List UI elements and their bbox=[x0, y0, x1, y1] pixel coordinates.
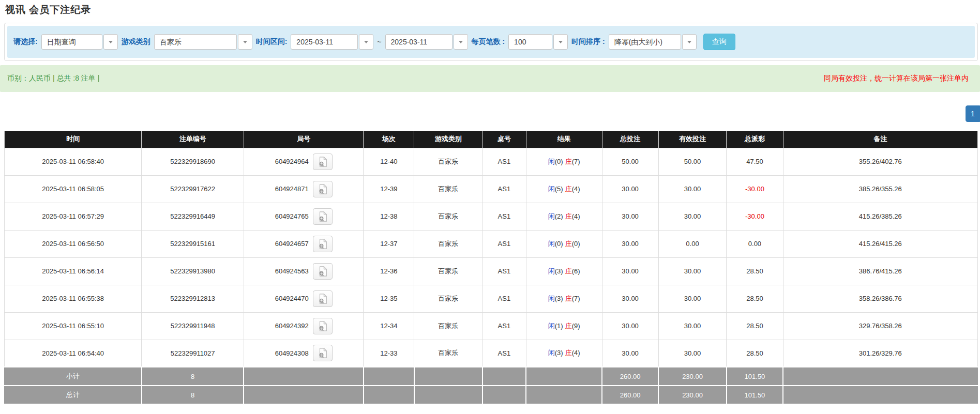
video-replay-button[interactable] bbox=[313, 318, 333, 334]
date-from-select[interactable]: 2025-03-11 bbox=[291, 34, 373, 50]
banker-result: 庄(6) bbox=[565, 267, 580, 275]
cell-result: 闲(0)庄(7) bbox=[526, 148, 602, 175]
table-row: 2025-03-11 06:58:40522329918690604924964… bbox=[5, 148, 978, 175]
empty-cell bbox=[526, 367, 602, 386]
cell-result: 闲(0)庄(0) bbox=[526, 230, 602, 257]
table-row: 2025-03-11 06:56:50522329915161604924657… bbox=[5, 230, 978, 257]
cell-valid-bet: 30.00 bbox=[658, 203, 727, 230]
chevron-down-icon[interactable] bbox=[553, 34, 568, 50]
player-result: 闲(0) bbox=[548, 240, 563, 248]
video-replay-button[interactable] bbox=[313, 263, 333, 280]
page-1-button[interactable]: 1 bbox=[966, 105, 980, 122]
query-type-value: 日期查询 bbox=[41, 34, 102, 50]
cell-bet-id: 522329911027 bbox=[142, 340, 244, 367]
empty-cell bbox=[364, 386, 414, 404]
per-page-select[interactable]: 100 bbox=[508, 34, 568, 50]
film-file-icon bbox=[317, 183, 328, 195]
round-number: 604924871 bbox=[275, 185, 309, 193]
cell-bet-id: 522329917622 bbox=[142, 175, 244, 203]
empty-cell bbox=[414, 386, 483, 404]
cell-time: 2025-03-11 06:56:50 bbox=[5, 230, 142, 257]
empty-cell bbox=[414, 367, 483, 386]
cell-valid-bet: 30.00 bbox=[658, 340, 727, 367]
cell-valid-bet: 30.00 bbox=[658, 312, 727, 340]
query-type-select[interactable]: 日期查询 bbox=[41, 34, 118, 50]
cell-result: 闲(2)庄(4) bbox=[526, 203, 602, 230]
round-number: 604924392 bbox=[275, 322, 309, 330]
subtotal-label: 小计 bbox=[5, 367, 142, 386]
cell-round-no: 604924308 bbox=[244, 340, 363, 367]
cell-bet-id: 522329912813 bbox=[142, 285, 244, 312]
cell-total-bet[interactable]: 30.00 bbox=[602, 203, 658, 230]
cell-total-bet[interactable]: 30.00 bbox=[602, 175, 658, 203]
cell-time: 2025-03-11 06:58:05 bbox=[5, 175, 142, 203]
empty-cell bbox=[483, 367, 526, 386]
cell-time: 2025-03-11 06:58:40 bbox=[5, 148, 142, 175]
video-replay-button[interactable] bbox=[313, 181, 333, 197]
film-file-icon bbox=[317, 293, 328, 304]
cell-session: 12-37 bbox=[364, 230, 414, 257]
round-number: 604924765 bbox=[275, 212, 309, 220]
game-type-select[interactable]: 百家乐 bbox=[154, 34, 252, 50]
round-number: 604924657 bbox=[275, 240, 309, 248]
game-type-label: 游戏类别 bbox=[122, 37, 150, 47]
round-number: 604924563 bbox=[275, 267, 309, 275]
banker-result: 庄(7) bbox=[565, 295, 580, 302]
time-sort-select[interactable]: 降幂(由大到小) bbox=[609, 34, 697, 50]
cell-bet-id: 522329916449 bbox=[142, 203, 244, 230]
cell-total-bet[interactable]: 30.00 bbox=[602, 312, 658, 340]
chevron-down-icon[interactable] bbox=[682, 34, 697, 50]
cell-valid-bet: 30.00 bbox=[658, 175, 727, 203]
film-file-icon bbox=[317, 156, 328, 167]
video-replay-button[interactable] bbox=[313, 208, 333, 225]
chevron-down-icon[interactable] bbox=[359, 34, 373, 50]
search-button[interactable]: 查询 bbox=[703, 34, 735, 50]
currency-total-text: 币别：人民币 | 总共 :8 注单 | bbox=[7, 74, 99, 83]
cell-payout: 28.50 bbox=[727, 340, 783, 367]
date-to-select[interactable]: 2025-03-11 bbox=[385, 34, 468, 50]
cell-remark: 355.26/402.76 bbox=[783, 148, 977, 175]
header-table-no: 桌号 bbox=[483, 131, 526, 148]
cell-table-no: AS1 bbox=[483, 148, 526, 175]
total-row: 总计 8 260.00 230.00 101.50 bbox=[5, 386, 978, 404]
cell-session: 12-36 bbox=[364, 257, 414, 285]
time-sort-value: 降幂(由大到小) bbox=[609, 34, 681, 50]
subtotal-total-bet: 260.00 bbox=[602, 367, 658, 386]
video-replay-button[interactable] bbox=[313, 290, 333, 307]
cell-bet-id: 522329913980 bbox=[142, 257, 244, 285]
total-total-bet: 260.00 bbox=[602, 386, 658, 404]
video-replay-button[interactable] bbox=[313, 345, 333, 361]
video-replay-button[interactable] bbox=[313, 236, 333, 252]
chevron-down-icon[interactable] bbox=[454, 34, 468, 50]
filter-bar: 请选择: 日期查询 游戏类别 百家乐 时间区间: 2025-03-11 ~ 20… bbox=[7, 26, 975, 58]
cell-total-bet[interactable]: 30.00 bbox=[602, 230, 658, 257]
bet-records-table: 时间 注单编号 局号 场次 游戏类别 桌号 结果 总投注 有效投注 总派彩 备注… bbox=[4, 131, 978, 405]
chevron-down-icon[interactable] bbox=[103, 34, 118, 50]
date-to-value: 2025-03-11 bbox=[385, 34, 453, 50]
cell-table-no: AS1 bbox=[483, 230, 526, 257]
banker-result: 庄(4) bbox=[565, 349, 580, 357]
cell-round-no: 604924392 bbox=[244, 312, 363, 340]
cell-remark: 385.26/355.26 bbox=[783, 175, 977, 203]
cell-total-bet[interactable]: 50.00 bbox=[602, 148, 658, 175]
table-row: 2025-03-11 06:57:29522329916449604924765… bbox=[5, 203, 978, 230]
cell-session: 12-33 bbox=[364, 340, 414, 367]
total-label: 总计 bbox=[5, 386, 142, 404]
banker-result: 庄(7) bbox=[565, 158, 580, 165]
video-replay-button[interactable] bbox=[313, 154, 333, 170]
cell-remark: 386.76/415.26 bbox=[783, 257, 977, 285]
cell-valid-bet: 50.00 bbox=[658, 148, 727, 175]
cell-total-bet[interactable]: 30.00 bbox=[602, 257, 658, 285]
total-valid-bet: 230.00 bbox=[658, 386, 727, 404]
cell-session: 12-40 bbox=[364, 148, 414, 175]
header-bet-id: 注单编号 bbox=[142, 131, 244, 148]
cell-round-no: 604924765 bbox=[244, 203, 363, 230]
round-number: 604924308 bbox=[275, 349, 309, 357]
cell-valid-bet: 0.00 bbox=[658, 230, 727, 257]
cell-table-no: AS1 bbox=[483, 285, 526, 312]
cell-total-bet[interactable]: 30.00 bbox=[602, 285, 658, 312]
header-payout: 总派彩 bbox=[727, 131, 783, 148]
cell-total-bet[interactable]: 30.00 bbox=[602, 340, 658, 367]
total-payout: 101.50 bbox=[727, 386, 783, 404]
chevron-down-icon[interactable] bbox=[238, 34, 252, 50]
